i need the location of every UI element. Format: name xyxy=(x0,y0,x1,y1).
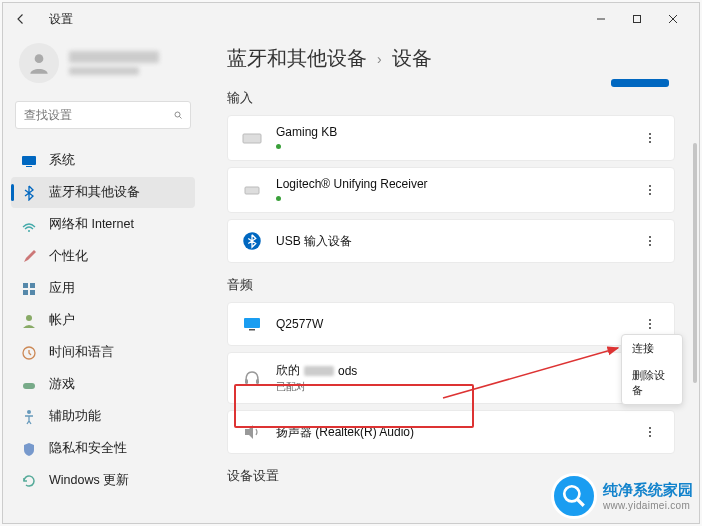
svg-rect-12 xyxy=(23,290,28,295)
keyboard-icon xyxy=(240,126,264,150)
more-button[interactable] xyxy=(638,126,662,150)
svg-rect-24 xyxy=(256,379,259,384)
svg-point-9 xyxy=(28,230,30,232)
device-card-speaker[interactable]: 扬声器 (Realtek(R) Audio) xyxy=(227,410,675,454)
search-input[interactable] xyxy=(24,108,174,122)
svg-rect-19 xyxy=(245,187,259,194)
accessibility-icon xyxy=(21,409,37,425)
chevron-right-icon: › xyxy=(377,51,382,67)
update-icon xyxy=(21,473,37,489)
svg-point-17 xyxy=(27,410,31,414)
sidebar-item-personalization[interactable]: 个性化 xyxy=(11,241,195,272)
breadcrumb-current: 设备 xyxy=(392,45,432,72)
device-card-receiver[interactable]: Logitech® Unifying Receiver xyxy=(227,167,675,213)
svg-rect-1 xyxy=(634,16,641,23)
maximize-button[interactable] xyxy=(619,3,655,35)
avatar xyxy=(19,43,59,83)
minimize-button[interactable] xyxy=(583,3,619,35)
more-button[interactable] xyxy=(638,229,662,253)
sidebar-item-gaming[interactable]: 游戏 xyxy=(11,369,195,400)
svg-rect-16 xyxy=(23,383,35,389)
svg-rect-23 xyxy=(245,379,248,384)
svg-rect-21 xyxy=(244,318,260,328)
svg-rect-10 xyxy=(23,283,28,288)
brush-icon xyxy=(21,249,37,265)
profile-name-blurred xyxy=(69,51,159,63)
sidebar: 系统 蓝牙和其他设备 网络和 Internet 个性化 应用 帐户 时间和语言 … xyxy=(3,35,203,523)
sidebar-item-time[interactable]: 时间和语言 xyxy=(11,337,195,368)
headphones-icon xyxy=(240,366,264,390)
speaker-icon xyxy=(240,420,264,444)
svg-rect-7 xyxy=(22,156,36,165)
svg-point-14 xyxy=(26,315,32,321)
clock-icon xyxy=(21,345,37,361)
breadcrumb: 蓝牙和其他设备 › 设备 xyxy=(227,45,675,72)
titlebar: 设置 xyxy=(3,3,699,35)
more-button[interactable] xyxy=(638,312,662,336)
shield-icon xyxy=(21,441,37,457)
profile-section[interactable] xyxy=(11,39,195,95)
nav-list: 系统 蓝牙和其他设备 网络和 Internet 个性化 应用 帐户 时间和语言 … xyxy=(11,145,195,496)
receiver-icon xyxy=(240,178,264,202)
device-card-usb-input[interactable]: USB 输入设备 xyxy=(227,219,675,263)
svg-rect-11 xyxy=(30,283,35,288)
sidebar-item-bluetooth[interactable]: 蓝牙和其他设备 xyxy=(11,177,195,208)
context-menu-connect[interactable]: 连接 xyxy=(622,335,682,362)
svg-point-5 xyxy=(175,112,180,117)
context-menu: 连接 删除设备 xyxy=(621,334,683,405)
device-card-keyboard[interactable]: Gaming KB xyxy=(227,115,675,161)
watermark: 纯净系统家园 www.yidaimei.com xyxy=(551,473,693,519)
svg-rect-13 xyxy=(30,290,35,295)
apps-icon xyxy=(21,281,37,297)
svg-line-27 xyxy=(577,499,584,506)
search-box[interactable] xyxy=(15,101,191,129)
search-icon xyxy=(174,108,182,122)
sidebar-item-network[interactable]: 网络和 Internet xyxy=(11,209,195,240)
more-button[interactable] xyxy=(638,178,662,202)
svg-rect-8 xyxy=(26,166,32,167)
network-icon xyxy=(21,217,37,233)
system-icon xyxy=(21,153,37,169)
sidebar-item-accessibility[interactable]: 辅助功能 xyxy=(11,401,195,432)
sidebar-item-apps[interactable]: 应用 xyxy=(11,273,195,304)
gaming-icon xyxy=(21,377,37,393)
close-button[interactable] xyxy=(655,3,691,35)
main-content: 蓝牙和其他设备 › 设备 输入 Gaming KB Logitech® Unif… xyxy=(203,35,699,523)
window-title: 设置 xyxy=(49,11,73,28)
more-button[interactable] xyxy=(638,420,662,444)
profile-sub-blurred xyxy=(69,67,139,75)
svg-line-6 xyxy=(180,117,182,119)
section-label-input: 输入 xyxy=(227,90,675,107)
settings-window: 设置 系统 蓝牙和其他设备 xyxy=(2,2,700,524)
section-label-audio: 音频 xyxy=(227,277,675,294)
watermark-logo xyxy=(551,473,597,519)
breadcrumb-parent[interactable]: 蓝牙和其他设备 xyxy=(227,45,367,72)
sidebar-item-accounts[interactable]: 帐户 xyxy=(11,305,195,336)
device-card-headphones[interactable]: 欣的ods 已配对 xyxy=(227,352,675,404)
blurred-text xyxy=(304,366,334,376)
sidebar-item-system[interactable]: 系统 xyxy=(11,145,195,176)
back-button[interactable] xyxy=(11,9,31,29)
bluetooth-device-icon xyxy=(240,229,264,253)
scrollbar[interactable] xyxy=(693,143,697,523)
svg-point-26 xyxy=(564,486,579,501)
sidebar-item-privacy[interactable]: 隐私和安全性 xyxy=(11,433,195,464)
context-menu-remove[interactable]: 删除设备 xyxy=(622,362,682,404)
device-card-monitor[interactable]: Q2577W xyxy=(227,302,675,346)
svg-rect-18 xyxy=(243,134,261,143)
svg-point-4 xyxy=(35,54,44,63)
bluetooth-icon xyxy=(21,185,37,201)
accounts-icon xyxy=(21,313,37,329)
sidebar-item-update[interactable]: Windows 更新 xyxy=(11,465,195,496)
svg-rect-22 xyxy=(249,329,255,331)
monitor-icon xyxy=(240,312,264,336)
add-device-button[interactable] xyxy=(611,79,669,87)
